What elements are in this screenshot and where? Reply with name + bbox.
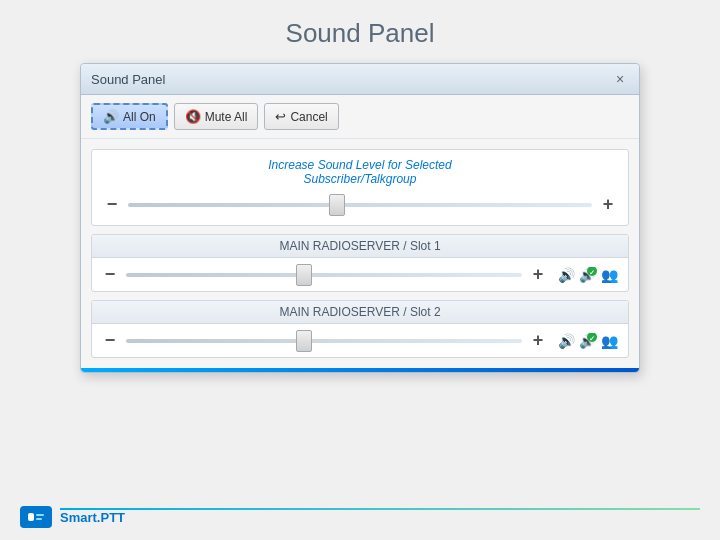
slot2-volume-decrease[interactable]: − bbox=[102, 330, 118, 351]
slot1-volume-increase[interactable]: + bbox=[530, 264, 546, 285]
slot2-slider-thumb[interactable] bbox=[296, 330, 312, 352]
cancel-button[interactable]: ↩ Cancel bbox=[264, 103, 338, 130]
mute-icon: 🔇 bbox=[185, 109, 201, 124]
slot2-group-icon[interactable]: 👥 bbox=[601, 333, 618, 349]
slot1-header: MAIN RADIOSERVER / Slot 1 bbox=[92, 235, 628, 258]
slot2-header: MAIN RADIOSERVER / Slot 2 bbox=[92, 301, 628, 324]
master-volume-decrease[interactable]: − bbox=[104, 194, 120, 215]
all-on-button[interactable]: 🔊 All On bbox=[91, 103, 168, 130]
slot2-section: MAIN RADIOSERVER / Slot 2 − + 🔊 🔊 ✓ bbox=[91, 300, 629, 358]
back-icon: ↩ bbox=[275, 109, 286, 124]
dialog-title: Sound Panel bbox=[91, 72, 165, 87]
slot2-slider-track[interactable] bbox=[126, 339, 522, 343]
footer-line bbox=[60, 508, 700, 510]
slot1-slider-thumb[interactable] bbox=[296, 264, 312, 286]
sound-panel-dialog: Sound Panel × 🔊 All On 🔇 Mute All ↩ Canc… bbox=[80, 63, 640, 373]
slot1-section: MAIN RADIOSERVER / Slot 1 − + 🔊 🔊 ✓ bbox=[91, 234, 629, 292]
svg-text:✓: ✓ bbox=[589, 269, 595, 276]
toolbar: 🔊 All On 🔇 Mute All ↩ Cancel bbox=[81, 95, 639, 139]
footer: Smart.PTT bbox=[20, 506, 125, 528]
dialog-content: Increase Sound Level for Selected Subscr… bbox=[81, 139, 639, 368]
svg-rect-8 bbox=[36, 514, 44, 516]
slot1-volume-decrease[interactable]: − bbox=[102, 264, 118, 285]
mute-all-label: Mute All bbox=[205, 110, 248, 124]
dialog-bottom-bar bbox=[81, 368, 639, 372]
slot2-check-icon[interactable]: 🔊 ✓ bbox=[579, 333, 597, 349]
mute-all-button[interactable]: 🔇 Mute All bbox=[174, 103, 259, 130]
logo-icon bbox=[20, 506, 52, 528]
master-slider-track[interactable] bbox=[128, 203, 592, 207]
slot2-icons: 🔊 🔊 ✓ 👥 bbox=[558, 333, 618, 349]
page-title: Sound Panel bbox=[286, 18, 435, 49]
master-volume-increase[interactable]: + bbox=[600, 194, 616, 215]
all-on-label: All On bbox=[123, 110, 156, 124]
speaker-icon: 🔊 bbox=[103, 109, 119, 124]
logo-text: Smart.PTT bbox=[60, 510, 125, 525]
slot1-group-icon[interactable]: 👥 bbox=[601, 267, 618, 283]
logo-word1: Smart. bbox=[60, 510, 100, 525]
slot1-sound-icon[interactable]: 🔊 bbox=[558, 267, 575, 283]
slot2-sound-icon[interactable]: 🔊 bbox=[558, 333, 575, 349]
slot1-icons: 🔊 🔊 ✓ 👥 bbox=[558, 267, 618, 283]
dialog-titlebar: Sound Panel × bbox=[81, 64, 639, 95]
slot2-controls: − + 🔊 🔊 ✓ 👥 bbox=[92, 324, 628, 357]
svg-text:✓: ✓ bbox=[589, 335, 595, 342]
master-slider-thumb[interactable] bbox=[329, 194, 345, 216]
close-button[interactable]: × bbox=[611, 70, 629, 88]
volume-label: Increase Sound Level for Selected Subscr… bbox=[268, 158, 451, 186]
slot1-controls: − + 🔊 🔊 ✓ 👥 bbox=[92, 258, 628, 291]
svg-rect-9 bbox=[36, 518, 42, 520]
slot1-check-icon[interactable]: 🔊 ✓ bbox=[579, 267, 597, 283]
slot2-volume-increase[interactable]: + bbox=[530, 330, 546, 351]
master-slider-row: − + bbox=[104, 194, 616, 215]
slot1-slider-track[interactable] bbox=[126, 273, 522, 277]
logo-word2: PTT bbox=[100, 510, 125, 525]
master-volume-section: Increase Sound Level for Selected Subscr… bbox=[91, 149, 629, 226]
svg-rect-7 bbox=[28, 513, 34, 521]
cancel-label: Cancel bbox=[290, 110, 327, 124]
